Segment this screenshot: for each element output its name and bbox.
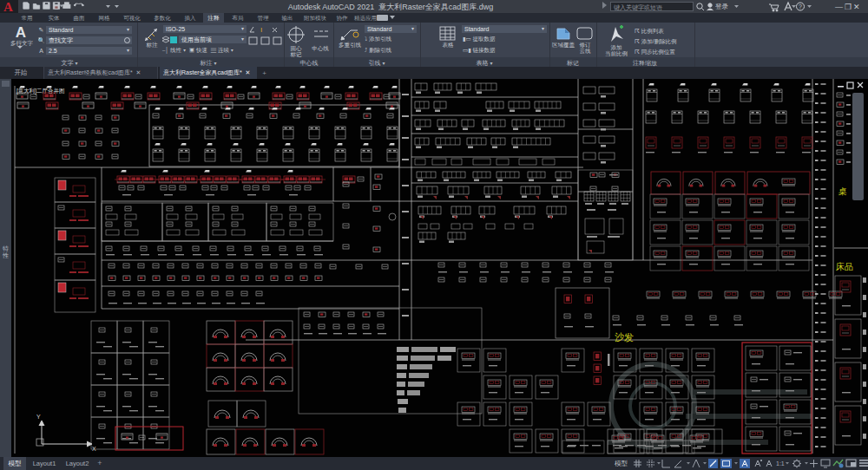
svg-text:沙发: 沙发 <box>615 332 634 343</box>
svg-text:登录: 登录 <box>715 3 729 10</box>
svg-text:X: X <box>92 446 96 452</box>
svg-text:1:1: 1:1 <box>776 460 785 467</box>
svg-text:I: I <box>260 26 262 34</box>
svg-text:床品: 床品 <box>836 262 853 271</box>
svg-text:?: ? <box>799 3 802 10</box>
svg-text:桌: 桌 <box>838 186 847 196</box>
svg-text:Y: Y <box>36 414 41 420</box>
svg-text:[意大利]二厅合并图: [意大利]二厅合并图 <box>16 88 65 95</box>
svg-text:模型: 模型 <box>615 460 628 467</box>
